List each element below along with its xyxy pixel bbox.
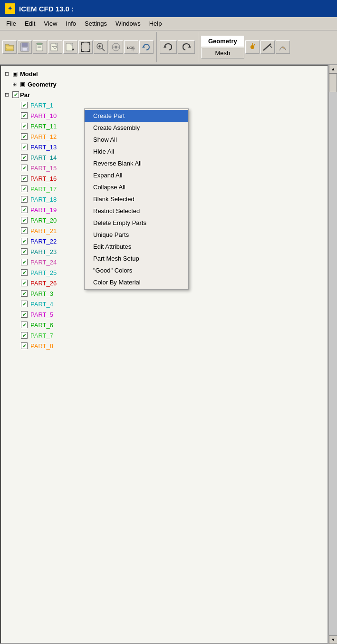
scroll-up-button[interactable]: ▲ (329, 65, 337, 73)
new-geometry-button[interactable] (33, 40, 47, 54)
svg-rect-1 (5, 44, 9, 46)
part-checkbox-14[interactable]: ✔ (21, 248, 28, 255)
part-label-10: PART_19 (30, 206, 57, 214)
tree-row-geometry: ⊞ ▣ Geometry (3, 79, 326, 89)
scroll-track[interactable] (329, 73, 337, 635)
main-content: ⊟ ▣ Model ⊞ ▣ Geometry ⊟ ✔ Par ✔ (0, 65, 337, 644)
part-checkbox-4[interactable]: ✔ (21, 144, 28, 150)
ctx-item-7[interactable]: Blank Selected (85, 193, 188, 205)
parts-checkbox[interactable]: ✔ (12, 91, 19, 98)
menu-item-windows[interactable]: Windows (112, 19, 144, 28)
part-checkbox-9[interactable]: ✔ (21, 196, 28, 203)
tab-geometry[interactable]: Geometry (201, 36, 244, 47)
svg-rect-3 (22, 43, 28, 47)
redo-button[interactable] (178, 40, 195, 54)
part-checkbox-21[interactable]: ✔ (21, 322, 28, 328)
part-checkbox-22[interactable]: ✔ (21, 332, 28, 339)
scroll-thumb[interactable] (329, 73, 337, 92)
ctx-item-5[interactable]: Expand All (85, 169, 188, 181)
part-checkbox-1[interactable]: ✔ (21, 112, 28, 119)
part-checkbox-5[interactable]: ✔ (21, 154, 28, 161)
part-checkbox-3[interactable]: ✔ (21, 133, 28, 140)
part-label-12: PART_21 (30, 227, 57, 234)
ctx-item-14[interactable]: Color By Material (85, 276, 188, 288)
part-checkbox-8[interactable]: ✔ (21, 185, 28, 192)
menu-item-info[interactable]: Info (62, 19, 80, 28)
part-checkbox-23[interactable]: ✔ (21, 342, 28, 349)
part-checkbox-15[interactable]: ✔ (21, 259, 28, 265)
refresh-button[interactable] (139, 40, 154, 54)
tree-row-parts: ⊟ ✔ Par (3, 89, 326, 100)
part-label-3: PART_12 (30, 133, 57, 140)
geometry-tool-2[interactable] (260, 40, 275, 54)
lcs-button[interactable]: LCS xy (124, 40, 138, 54)
part-checkbox-20[interactable]: ✔ (21, 311, 28, 318)
menu-item-settings[interactable]: Settings (81, 19, 111, 28)
part-label-23: PART_8 (30, 342, 53, 350)
ctx-item-12[interactable]: Part Mesh Setup (85, 253, 188, 264)
part-label-4: PART_13 (30, 144, 57, 151)
svg-rect-4 (22, 48, 27, 51)
ctx-item-11[interactable]: Edit Attributes (85, 241, 188, 253)
svg-text:xy: xy (131, 48, 135, 51)
ctx-item-10[interactable]: Unique Parts (85, 229, 188, 241)
parts-expand[interactable]: ⊟ (5, 92, 11, 98)
part-checkbox-13[interactable]: ✔ (21, 238, 28, 244)
tree-row-part_6: ✔ PART_6 (3, 320, 326, 330)
geometry-expand[interactable]: ⊞ (12, 81, 19, 88)
toolbar-row-2: LCS xy (78, 40, 154, 54)
part-label-1: PART_10 (30, 112, 57, 119)
svg-point-35 (250, 45, 254, 49)
menu-item-help[interactable]: Help (145, 19, 166, 28)
menu-item-view[interactable]: View (40, 19, 61, 28)
ctx-item-8[interactable]: Restrict Selected (85, 205, 188, 217)
ctx-item-4[interactable]: Reverse Blank All (85, 157, 188, 169)
tree-row-part_7: ✔ PART_7 (3, 330, 326, 341)
part-label-18: PART_3 (30, 290, 53, 297)
geometry-tool-3[interactable] (276, 40, 290, 54)
fit-button[interactable] (78, 40, 93, 54)
tab-mesh[interactable]: Mesh (201, 48, 244, 59)
save-button[interactable] (18, 40, 32, 54)
part-label-9: PART_18 (30, 196, 57, 203)
zoom-button[interactable] (94, 40, 108, 54)
geometry-label: Geometry (28, 81, 57, 88)
svg-marker-32 (142, 46, 145, 48)
toolbar-row-1 (2, 40, 77, 54)
undo-button[interactable] (160, 40, 177, 54)
part-checkbox-17[interactable]: ✔ (21, 280, 28, 286)
ctx-item-1[interactable]: Create Assembly (85, 122, 188, 134)
part-label-11: PART_20 (30, 217, 57, 224)
scroll-down-button[interactable]: ▼ (329, 635, 337, 644)
geometry-tool-1[interactable] (245, 40, 260, 54)
ctx-item-6[interactable]: Collapse All (85, 181, 188, 193)
mesh-file-button[interactable] (48, 40, 62, 54)
part-checkbox-19[interactable]: ✔ (21, 301, 28, 307)
part-checkbox-0[interactable]: ✔ (21, 102, 28, 108)
tree-row-part_4: ✔ PART_4 (3, 299, 326, 309)
center-button[interactable] (109, 40, 123, 54)
svg-marker-33 (164, 45, 166, 48)
another-file-button[interactable] (63, 40, 77, 54)
part-checkbox-11[interactable]: ✔ (21, 217, 28, 224)
model-expand[interactable]: ⊟ (5, 71, 11, 77)
svg-line-39 (269, 45, 272, 48)
app-icon: ✦ (5, 3, 15, 14)
part-checkbox-10[interactable]: ✔ (21, 206, 28, 213)
part-checkbox-16[interactable]: ✔ (21, 269, 28, 276)
ctx-item-0[interactable]: Create Part (85, 110, 188, 122)
part-checkbox-12[interactable]: ✔ (21, 227, 28, 234)
ctx-item-13[interactable]: "Good" Colors (85, 264, 188, 276)
open-folder-button[interactable] (2, 40, 17, 54)
part-checkbox-2[interactable]: ✔ (21, 123, 28, 129)
part-checkbox-18[interactable]: ✔ (21, 290, 28, 297)
scrollbar[interactable]: ▲ ▼ (328, 65, 337, 644)
menu-item-file[interactable]: File (2, 19, 20, 28)
ctx-item-2[interactable]: Show All (85, 134, 188, 146)
part-checkbox-6[interactable]: ✔ (21, 165, 28, 171)
svg-rect-6 (37, 43, 42, 45)
ctx-item-3[interactable]: Hide All (85, 146, 188, 157)
part-checkbox-7[interactable]: ✔ (21, 175, 28, 182)
ctx-item-9[interactable]: Delete Empty Parts (85, 217, 188, 229)
menu-item-edit[interactable]: Edit (21, 19, 39, 28)
